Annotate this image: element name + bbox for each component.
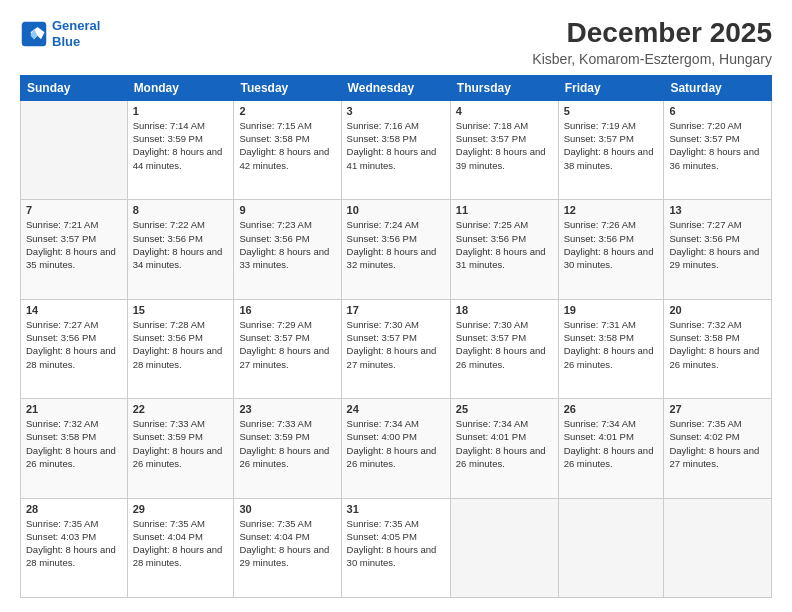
day-number: 18: [456, 304, 553, 316]
day-number: 3: [347, 105, 445, 117]
calendar-cell: 29 Sunrise: 7:35 AMSunset: 4:04 PMDaylig…: [127, 498, 234, 597]
day-number: 26: [564, 403, 659, 415]
day-info: Sunrise: 7:33 AMSunset: 3:59 PMDaylight:…: [133, 417, 229, 470]
calendar-cell: 22 Sunrise: 7:33 AMSunset: 3:59 PMDaylig…: [127, 399, 234, 498]
calendar-cell: 6 Sunrise: 7:20 AMSunset: 3:57 PMDayligh…: [664, 100, 772, 199]
calendar-cell: 27 Sunrise: 7:35 AMSunset: 4:02 PMDaylig…: [664, 399, 772, 498]
day-info: Sunrise: 7:22 AMSunset: 3:56 PMDaylight:…: [133, 218, 229, 271]
day-info: Sunrise: 7:34 AMSunset: 4:00 PMDaylight:…: [347, 417, 445, 470]
day-info: Sunrise: 7:25 AMSunset: 3:56 PMDaylight:…: [456, 218, 553, 271]
title-block: December 2025 Kisber, Komarom-Esztergom,…: [532, 18, 772, 67]
day-number: 8: [133, 204, 229, 216]
calendar-cell: 21 Sunrise: 7:32 AMSunset: 3:58 PMDaylig…: [21, 399, 128, 498]
calendar-cell: [21, 100, 128, 199]
day-info: Sunrise: 7:19 AMSunset: 3:57 PMDaylight:…: [564, 119, 659, 172]
day-number: 9: [239, 204, 335, 216]
calendar-cell: 3 Sunrise: 7:16 AMSunset: 3:58 PMDayligh…: [341, 100, 450, 199]
day-info: Sunrise: 7:18 AMSunset: 3:57 PMDaylight:…: [456, 119, 553, 172]
calendar-body: 1 Sunrise: 7:14 AMSunset: 3:59 PMDayligh…: [21, 100, 772, 597]
calendar-cell: 28 Sunrise: 7:35 AMSunset: 4:03 PMDaylig…: [21, 498, 128, 597]
day-info: Sunrise: 7:32 AMSunset: 3:58 PMDaylight:…: [26, 417, 122, 470]
logo-line2: Blue: [52, 34, 80, 49]
calendar-cell: [450, 498, 558, 597]
calendar-cell: 11 Sunrise: 7:25 AMSunset: 3:56 PMDaylig…: [450, 200, 558, 299]
day-info: Sunrise: 7:27 AMSunset: 3:56 PMDaylight:…: [26, 318, 122, 371]
calendar-cell: 25 Sunrise: 7:34 AMSunset: 4:01 PMDaylig…: [450, 399, 558, 498]
calendar-cell: 2 Sunrise: 7:15 AMSunset: 3:58 PMDayligh…: [234, 100, 341, 199]
calendar-cell: 24 Sunrise: 7:34 AMSunset: 4:00 PMDaylig…: [341, 399, 450, 498]
calendar-week-row: 14 Sunrise: 7:27 AMSunset: 3:56 PMDaylig…: [21, 299, 772, 398]
weekday-header-cell: Friday: [558, 75, 664, 100]
calendar-cell: 12 Sunrise: 7:26 AMSunset: 3:56 PMDaylig…: [558, 200, 664, 299]
day-info: Sunrise: 7:33 AMSunset: 3:59 PMDaylight:…: [239, 417, 335, 470]
day-info: Sunrise: 7:14 AMSunset: 3:59 PMDaylight:…: [133, 119, 229, 172]
calendar-cell: 9 Sunrise: 7:23 AMSunset: 3:56 PMDayligh…: [234, 200, 341, 299]
day-number: 23: [239, 403, 335, 415]
calendar-week-row: 28 Sunrise: 7:35 AMSunset: 4:03 PMDaylig…: [21, 498, 772, 597]
day-number: 24: [347, 403, 445, 415]
day-info: Sunrise: 7:24 AMSunset: 3:56 PMDaylight:…: [347, 218, 445, 271]
logo-line1: General: [52, 18, 100, 33]
calendar-cell: 30 Sunrise: 7:35 AMSunset: 4:04 PMDaylig…: [234, 498, 341, 597]
day-number: 5: [564, 105, 659, 117]
day-info: Sunrise: 7:15 AMSunset: 3:58 PMDaylight:…: [239, 119, 335, 172]
weekday-header-cell: Sunday: [21, 75, 128, 100]
day-number: 1: [133, 105, 229, 117]
day-info: Sunrise: 7:31 AMSunset: 3:58 PMDaylight:…: [564, 318, 659, 371]
day-info: Sunrise: 7:32 AMSunset: 3:58 PMDaylight:…: [669, 318, 766, 371]
calendar-cell: 26 Sunrise: 7:34 AMSunset: 4:01 PMDaylig…: [558, 399, 664, 498]
calendar-cell: 1 Sunrise: 7:14 AMSunset: 3:59 PMDayligh…: [127, 100, 234, 199]
calendar-cell: 19 Sunrise: 7:31 AMSunset: 3:58 PMDaylig…: [558, 299, 664, 398]
calendar-cell: 20 Sunrise: 7:32 AMSunset: 3:58 PMDaylig…: [664, 299, 772, 398]
day-number: 13: [669, 204, 766, 216]
calendar-cell: 8 Sunrise: 7:22 AMSunset: 3:56 PMDayligh…: [127, 200, 234, 299]
logo: General Blue: [20, 18, 100, 49]
day-number: 30: [239, 503, 335, 515]
calendar-cell: 7 Sunrise: 7:21 AMSunset: 3:57 PMDayligh…: [21, 200, 128, 299]
weekday-header-cell: Monday: [127, 75, 234, 100]
header: General Blue December 2025 Kisber, Komar…: [20, 18, 772, 67]
day-info: Sunrise: 7:35 AMSunset: 4:05 PMDaylight:…: [347, 517, 445, 570]
day-info: Sunrise: 7:35 AMSunset: 4:02 PMDaylight:…: [669, 417, 766, 470]
day-number: 29: [133, 503, 229, 515]
weekday-header-cell: Tuesday: [234, 75, 341, 100]
day-number: 20: [669, 304, 766, 316]
day-number: 21: [26, 403, 122, 415]
day-number: 15: [133, 304, 229, 316]
day-info: Sunrise: 7:23 AMSunset: 3:56 PMDaylight:…: [239, 218, 335, 271]
day-number: 11: [456, 204, 553, 216]
day-number: 12: [564, 204, 659, 216]
calendar-cell: 16 Sunrise: 7:29 AMSunset: 3:57 PMDaylig…: [234, 299, 341, 398]
calendar-cell: [558, 498, 664, 597]
day-info: Sunrise: 7:20 AMSunset: 3:57 PMDaylight:…: [669, 119, 766, 172]
day-number: 2: [239, 105, 335, 117]
calendar-cell: 10 Sunrise: 7:24 AMSunset: 3:56 PMDaylig…: [341, 200, 450, 299]
calendar-cell: 13 Sunrise: 7:27 AMSunset: 3:56 PMDaylig…: [664, 200, 772, 299]
calendar-cell: 14 Sunrise: 7:27 AMSunset: 3:56 PMDaylig…: [21, 299, 128, 398]
calendar-cell: 15 Sunrise: 7:28 AMSunset: 3:56 PMDaylig…: [127, 299, 234, 398]
calendar-cell: [664, 498, 772, 597]
main-title: December 2025: [532, 18, 772, 49]
calendar-cell: 5 Sunrise: 7:19 AMSunset: 3:57 PMDayligh…: [558, 100, 664, 199]
calendar-week-row: 21 Sunrise: 7:32 AMSunset: 3:58 PMDaylig…: [21, 399, 772, 498]
day-info: Sunrise: 7:16 AMSunset: 3:58 PMDaylight:…: [347, 119, 445, 172]
subtitle: Kisber, Komarom-Esztergom, Hungary: [532, 51, 772, 67]
weekday-header-cell: Saturday: [664, 75, 772, 100]
day-info: Sunrise: 7:34 AMSunset: 4:01 PMDaylight:…: [564, 417, 659, 470]
day-info: Sunrise: 7:30 AMSunset: 3:57 PMDaylight:…: [347, 318, 445, 371]
calendar-cell: 31 Sunrise: 7:35 AMSunset: 4:05 PMDaylig…: [341, 498, 450, 597]
calendar-cell: 23 Sunrise: 7:33 AMSunset: 3:59 PMDaylig…: [234, 399, 341, 498]
calendar-table: SundayMondayTuesdayWednesdayThursdayFrid…: [20, 75, 772, 598]
day-number: 22: [133, 403, 229, 415]
calendar-week-row: 1 Sunrise: 7:14 AMSunset: 3:59 PMDayligh…: [21, 100, 772, 199]
day-number: 10: [347, 204, 445, 216]
day-number: 6: [669, 105, 766, 117]
day-number: 4: [456, 105, 553, 117]
day-number: 28: [26, 503, 122, 515]
day-info: Sunrise: 7:26 AMSunset: 3:56 PMDaylight:…: [564, 218, 659, 271]
day-info: Sunrise: 7:28 AMSunset: 3:56 PMDaylight:…: [133, 318, 229, 371]
day-number: 14: [26, 304, 122, 316]
calendar-cell: 18 Sunrise: 7:30 AMSunset: 3:57 PMDaylig…: [450, 299, 558, 398]
page: General Blue December 2025 Kisber, Komar…: [0, 0, 792, 612]
day-number: 16: [239, 304, 335, 316]
